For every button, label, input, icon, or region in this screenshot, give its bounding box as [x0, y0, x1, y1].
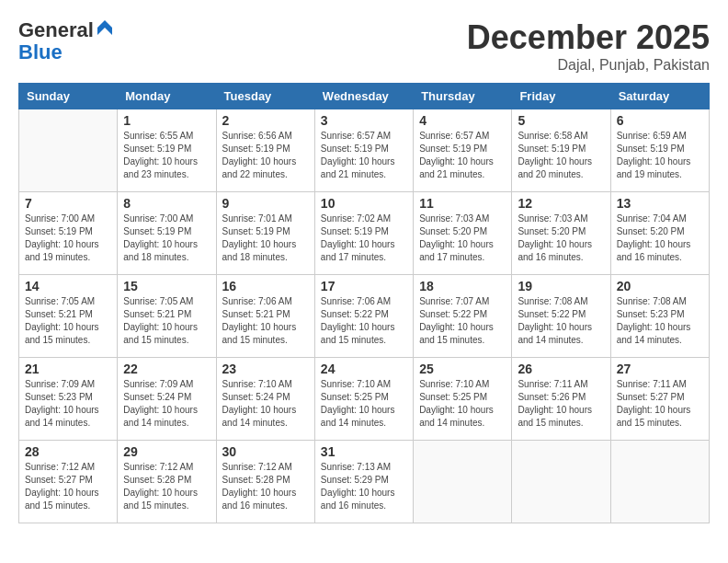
day-number: 27 [617, 362, 703, 376]
day-info: Sunrise: 7:12 AMSunset: 5:27 PMDaylight:… [25, 461, 111, 512]
logo: General Blue [18, 18, 114, 63]
day-number: 21 [25, 362, 111, 376]
table-cell: 12Sunrise: 7:03 AMSunset: 5:20 PMDayligh… [512, 192, 610, 275]
day-number: 31 [321, 444, 407, 459]
table-cell [19, 109, 118, 192]
table-cell: 6Sunrise: 6:59 AMSunset: 5:19 PMDaylight… [610, 109, 709, 192]
day-number: 13 [617, 196, 703, 211]
table-cell: 30Sunrise: 7:12 AMSunset: 5:28 PMDayligh… [216, 441, 314, 523]
table-cell: 13Sunrise: 7:04 AMSunset: 5:20 PMDayligh… [610, 192, 709, 275]
table-cell: 19Sunrise: 7:08 AMSunset: 5:22 PMDayligh… [512, 275, 610, 358]
day-info: Sunrise: 7:10 AMSunset: 5:25 PMDaylight:… [419, 378, 506, 430]
day-number: 23 [222, 362, 309, 376]
day-number: 15 [123, 279, 210, 293]
logo-icon [96, 18, 114, 37]
day-number: 8 [123, 196, 210, 211]
day-number: 6 [617, 113, 703, 128]
day-number: 22 [123, 362, 210, 376]
day-number: 10 [321, 196, 407, 211]
table-cell: 9Sunrise: 7:01 AMSunset: 5:19 PMDaylight… [216, 192, 314, 275]
day-number: 1 [123, 113, 210, 128]
table-cell: 27Sunrise: 7:11 AMSunset: 5:27 PMDayligh… [610, 358, 709, 441]
day-number: 26 [518, 362, 604, 376]
table-cell: 1Sunrise: 6:55 AMSunset: 5:19 PMDaylight… [118, 109, 216, 192]
day-number: 28 [25, 444, 111, 459]
table-cell: 3Sunrise: 6:57 AMSunset: 5:19 PMDaylight… [314, 109, 413, 192]
table-cell [512, 441, 610, 523]
day-info: Sunrise: 7:10 AMSunset: 5:24 PMDaylight:… [222, 378, 309, 430]
logo-blue: Blue [18, 40, 63, 63]
day-info: Sunrise: 7:12 AMSunset: 5:28 PMDaylight:… [123, 461, 210, 512]
day-info: Sunrise: 7:04 AMSunset: 5:20 PMDaylight:… [617, 213, 703, 264]
header-saturday: Saturday [610, 84, 709, 109]
table-cell: 14Sunrise: 7:05 AMSunset: 5:21 PMDayligh… [19, 275, 118, 358]
day-info: Sunrise: 7:06 AMSunset: 5:22 PMDaylight:… [321, 295, 407, 347]
table-cell: 22Sunrise: 7:09 AMSunset: 5:24 PMDayligh… [118, 358, 216, 441]
day-info: Sunrise: 6:59 AMSunset: 5:19 PMDaylight:… [617, 130, 703, 181]
header-monday: Monday [118, 84, 216, 109]
day-info: Sunrise: 7:03 AMSunset: 5:20 PMDaylight:… [419, 213, 506, 264]
table-cell: 10Sunrise: 7:02 AMSunset: 5:19 PMDayligh… [314, 192, 413, 275]
day-info: Sunrise: 6:55 AMSunset: 5:19 PMDaylight:… [123, 130, 210, 181]
week-row-2: 7Sunrise: 7:00 AMSunset: 5:19 PMDaylight… [19, 192, 710, 275]
table-cell: 25Sunrise: 7:10 AMSunset: 5:25 PMDayligh… [414, 358, 512, 441]
table-cell: 26Sunrise: 7:11 AMSunset: 5:26 PMDayligh… [512, 358, 610, 441]
day-info: Sunrise: 7:09 AMSunset: 5:23 PMDaylight:… [25, 378, 111, 430]
table-cell: 28Sunrise: 7:12 AMSunset: 5:27 PMDayligh… [19, 441, 118, 523]
table-cell: 4Sunrise: 6:57 AMSunset: 5:19 PMDaylight… [414, 109, 512, 192]
day-number: 5 [518, 113, 604, 128]
table-cell: 31Sunrise: 7:13 AMSunset: 5:29 PMDayligh… [314, 441, 413, 523]
day-info: Sunrise: 7:11 AMSunset: 5:26 PMDaylight:… [518, 378, 604, 430]
day-info: Sunrise: 7:12 AMSunset: 5:28 PMDaylight:… [222, 461, 309, 512]
day-info: Sunrise: 6:57 AMSunset: 5:19 PMDaylight:… [321, 130, 407, 181]
day-number: 14 [25, 279, 111, 293]
logo-general: General [18, 18, 94, 41]
table-cell: 20Sunrise: 7:08 AMSunset: 5:23 PMDayligh… [610, 275, 709, 358]
table-cell: 5Sunrise: 6:58 AMSunset: 5:19 PMDaylight… [512, 109, 610, 192]
day-info: Sunrise: 7:00 AMSunset: 5:19 PMDaylight:… [123, 213, 210, 264]
day-info: Sunrise: 6:58 AMSunset: 5:19 PMDaylight:… [518, 130, 604, 181]
day-info: Sunrise: 7:05 AMSunset: 5:21 PMDaylight:… [123, 295, 210, 347]
month-title: December 2025 [467, 18, 710, 57]
day-info: Sunrise: 7:08 AMSunset: 5:22 PMDaylight:… [518, 295, 604, 347]
header-wednesday: Wednesday [314, 84, 413, 109]
table-cell: 16Sunrise: 7:06 AMSunset: 5:21 PMDayligh… [216, 275, 314, 358]
day-info: Sunrise: 7:10 AMSunset: 5:25 PMDaylight:… [321, 378, 407, 430]
week-row-1: 1Sunrise: 6:55 AMSunset: 5:19 PMDaylight… [19, 109, 710, 192]
day-number: 11 [419, 196, 506, 211]
day-info: Sunrise: 7:06 AMSunset: 5:21 PMDaylight:… [222, 295, 309, 347]
week-row-4: 21Sunrise: 7:09 AMSunset: 5:23 PMDayligh… [19, 358, 710, 441]
day-number: 17 [321, 279, 407, 293]
table-cell: 18Sunrise: 7:07 AMSunset: 5:22 PMDayligh… [414, 275, 512, 358]
table-cell [414, 441, 512, 523]
day-number: 3 [321, 113, 407, 128]
page-header: General Blue December 2025 Dajal, Punjab… [18, 18, 710, 74]
day-info: Sunrise: 6:56 AMSunset: 5:19 PMDaylight:… [222, 130, 309, 181]
day-number: 7 [25, 196, 111, 211]
header-friday: Friday [512, 84, 610, 109]
header-tuesday: Tuesday [216, 84, 314, 109]
table-cell: 21Sunrise: 7:09 AMSunset: 5:23 PMDayligh… [19, 358, 118, 441]
table-cell: 11Sunrise: 7:03 AMSunset: 5:20 PMDayligh… [414, 192, 512, 275]
day-info: Sunrise: 7:13 AMSunset: 5:29 PMDaylight:… [321, 461, 407, 512]
header-sunday: Sunday [19, 84, 118, 109]
table-cell: 24Sunrise: 7:10 AMSunset: 5:25 PMDayligh… [314, 358, 413, 441]
day-number: 25 [419, 362, 506, 376]
day-number: 18 [419, 279, 506, 293]
day-number: 19 [518, 279, 604, 293]
location: Dajal, Punjab, Pakistan [467, 57, 710, 74]
day-info: Sunrise: 7:05 AMSunset: 5:21 PMDaylight:… [25, 295, 111, 347]
day-number: 30 [222, 444, 309, 459]
table-cell: 8Sunrise: 7:00 AMSunset: 5:19 PMDaylight… [118, 192, 216, 275]
day-number: 9 [222, 196, 309, 211]
day-number: 2 [222, 113, 309, 128]
header-thursday: Thursday [414, 84, 512, 109]
table-cell: 15Sunrise: 7:05 AMSunset: 5:21 PMDayligh… [118, 275, 216, 358]
table-cell: 29Sunrise: 7:12 AMSunset: 5:28 PMDayligh… [118, 441, 216, 523]
week-row-3: 14Sunrise: 7:05 AMSunset: 5:21 PMDayligh… [19, 275, 710, 358]
table-cell: 2Sunrise: 6:56 AMSunset: 5:19 PMDaylight… [216, 109, 314, 192]
day-number: 20 [617, 279, 703, 293]
day-info: Sunrise: 7:03 AMSunset: 5:20 PMDaylight:… [518, 213, 604, 264]
day-number: 4 [419, 113, 506, 128]
weekday-header-row: Sunday Monday Tuesday Wednesday Thursday… [19, 84, 710, 109]
